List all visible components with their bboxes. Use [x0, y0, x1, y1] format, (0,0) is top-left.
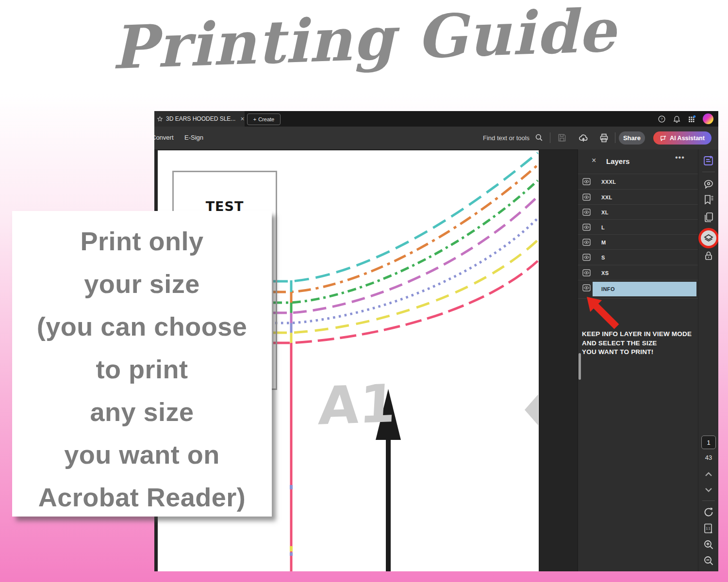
user-avatar[interactable] [703, 113, 713, 124]
layer-label: XL [601, 210, 609, 215]
right-sidebar: 1 43 1:1 [698, 149, 718, 571]
page-watermark: A1 [317, 373, 398, 436]
menu-esign[interactable]: E-Sign [184, 134, 203, 141]
layer-label: S [601, 255, 605, 260]
menu-convert[interactable]: Convert [154, 134, 174, 141]
toolbar-divider [550, 132, 550, 143]
layer-row-xxxl[interactable]: XXXL [578, 174, 698, 189]
ai-assistant-button[interactable]: AI Assistant [653, 131, 711, 145]
toolbar: Convert E-Sign Find text or tools Share [154, 127, 718, 150]
eye-icon[interactable] [582, 284, 591, 291]
pattern-curve [273, 196, 538, 313]
tab-bar: 3D EARS HOODED SLE... × + Create ? [154, 111, 718, 127]
note-line: you want on [12, 433, 272, 476]
layers-panel-title: Layers [606, 157, 629, 165]
eye-icon[interactable] [582, 209, 591, 216]
help-icon[interactable]: ? [658, 115, 666, 123]
layers-icon[interactable] [704, 233, 713, 243]
red-arrow [581, 292, 620, 333]
copy-pages-icon[interactable] [703, 211, 714, 223]
seam-notch [290, 552, 293, 556]
zoom-in-icon[interactable] [703, 539, 714, 550]
sidebar-divider [702, 172, 715, 172]
note-line: your size [12, 262, 272, 305]
current-page-input[interactable]: 1 [701, 436, 716, 449]
apps-grid-icon[interactable] [688, 115, 696, 123]
layer-label: INFO [601, 286, 615, 292]
eye-icon[interactable] [582, 224, 591, 231]
note-line: any size [12, 390, 272, 433]
layer-row-xl[interactable]: XL [578, 204, 698, 220]
tab-title: 3D EARS HOODED SLE... [166, 115, 235, 122]
sidebar-divider [702, 501, 715, 501]
layer-label: XXXL [601, 179, 616, 185]
plus-icon: + [253, 116, 256, 122]
note-line: (you can choose [12, 305, 272, 348]
note-line: to print [12, 348, 272, 390]
panel-scrollbar[interactable] [579, 353, 581, 380]
document-tab[interactable]: 3D EARS HOODED SLE... × [154, 111, 245, 127]
kebab-menu-icon[interactable]: ••• [675, 153, 685, 162]
print-icon[interactable] [599, 133, 609, 143]
create-tab-button[interactable]: + Create [247, 113, 281, 125]
layer-label: XXL [601, 194, 612, 200]
layers-panel: × Layers ••• XXXL XXL XL L M S [578, 149, 698, 571]
actual-size-icon[interactable]: 1:1 [703, 523, 714, 534]
find-text-label[interactable]: Find text or tools [483, 134, 529, 142]
layers-note: KEEP INFO LAYER IN VIEW MODE AND SELECT … [582, 330, 701, 357]
layer-row-xxl[interactable]: XXL [578, 189, 698, 205]
svg-text:?: ? [661, 117, 663, 121]
rotate-icon[interactable] [703, 506, 714, 518]
svg-text:1:1: 1:1 [706, 527, 710, 530]
red-circle-highlight [698, 228, 718, 248]
page-up-icon[interactable] [705, 471, 712, 477]
zoom-out-icon[interactable] [703, 555, 714, 566]
layer-label: M [601, 240, 606, 245]
eye-icon[interactable] [582, 269, 591, 276]
eye-icon[interactable] [582, 178, 591, 185]
pattern-curve [273, 261, 538, 343]
eye-icon[interactable] [582, 254, 591, 261]
bookmark-icon[interactable] [703, 194, 714, 206]
layer-label: XS [601, 270, 609, 276]
total-pages: 43 [698, 454, 718, 461]
layer-label: L [601, 225, 605, 230]
printing-guide-page: Printing Guide 3D EARS HOODED SLE... × +… [0, 0, 728, 582]
layer-row-l[interactable]: L [578, 219, 698, 235]
lock-icon[interactable] [703, 250, 714, 262]
seam-notch [290, 546, 293, 551]
search-icon[interactable] [534, 133, 544, 142]
pattern-curve [273, 240, 538, 333]
toolbar-divider [615, 132, 615, 143]
page-title: Printing Guide [67, 0, 661, 84]
comment-icon[interactable] [703, 178, 714, 190]
page-down-icon[interactable] [705, 487, 712, 493]
note-line: Acrobat Reader) [12, 476, 272, 518]
upload-cloud-icon[interactable] [578, 133, 589, 144]
eye-icon[interactable] [582, 239, 591, 246]
ai-chat-icon [660, 135, 667, 142]
note-line: Print only [12, 220, 272, 262]
tab-close-icon[interactable]: × [240, 115, 244, 122]
layer-row-s[interactable]: S [578, 249, 698, 265]
instruction-note-box: Print only your size (you can choose to … [12, 211, 272, 517]
notifications-bell-icon[interactable] [673, 115, 681, 123]
layer-row-m[interactable]: M [578, 234, 698, 250]
eye-icon[interactable] [582, 194, 591, 201]
star-icon [157, 116, 163, 122]
share-button[interactable]: Share [619, 131, 645, 145]
prev-page-triangle-icon[interactable] [525, 394, 538, 425]
seam-notch [290, 485, 293, 489]
layer-row-xs[interactable]: XS [578, 265, 698, 280]
edit-ai-icon[interactable] [703, 155, 714, 166]
pattern-curve [273, 153, 538, 281]
close-icon[interactable]: × [592, 156, 596, 165]
save-icon[interactable] [557, 133, 567, 143]
